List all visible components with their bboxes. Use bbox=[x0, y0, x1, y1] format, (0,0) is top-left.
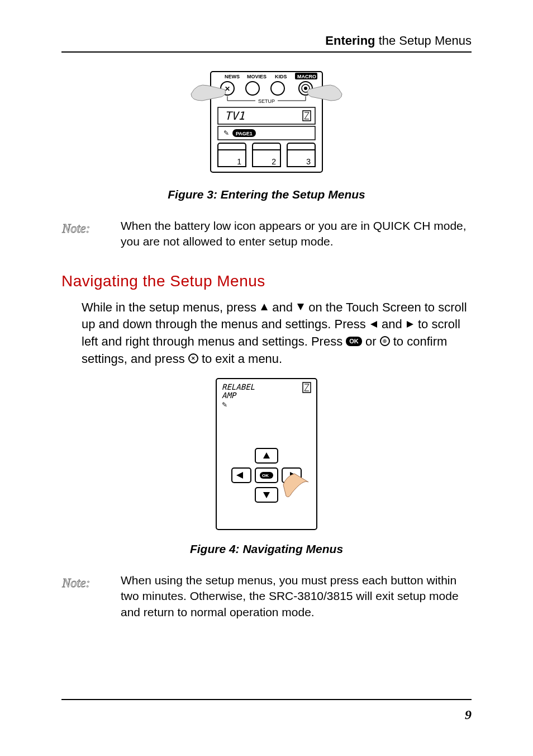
figure-4: RELABEL AMP ✎ OK Figure 4: Navigating Me… bbox=[61, 376, 472, 556]
page-header: Entering the Setup Menus bbox=[61, 34, 472, 53]
svg-marker-31 bbox=[370, 321, 377, 328]
figure-4-caption: Figure 4: Navigating Menus bbox=[61, 542, 472, 556]
svg-text:3: 3 bbox=[306, 157, 311, 166]
note-1-text: When the battery low icon appears or you… bbox=[121, 218, 472, 250]
note-icon: Note: bbox=[61, 218, 110, 239]
left-triangle-icon bbox=[369, 320, 378, 329]
svg-point-9 bbox=[271, 82, 284, 95]
svg-text:1: 1 bbox=[237, 157, 241, 166]
para-frag-8: to exit a menu. bbox=[202, 352, 282, 366]
para-frag-4: and bbox=[382, 317, 406, 331]
svg-marker-39 bbox=[263, 452, 270, 459]
figure-3-caption: Figure 3: Entering the Setup Menus bbox=[61, 188, 472, 201]
svg-text:TV1: TV1 bbox=[225, 109, 245, 122]
note-2-text: When using the setup menus, you must pre… bbox=[121, 573, 472, 620]
svg-text:AMP: AMP bbox=[222, 391, 237, 400]
close-circle-icon bbox=[188, 353, 198, 363]
para-frag-6: or bbox=[365, 334, 380, 348]
svg-marker-29 bbox=[261, 304, 268, 310]
svg-text:✎: ✎ bbox=[222, 401, 227, 409]
svg-text:Note:: Note: bbox=[61, 221, 90, 235]
svg-marker-43 bbox=[236, 472, 243, 479]
svg-marker-30 bbox=[297, 304, 304, 310]
svg-marker-32 bbox=[407, 321, 413, 328]
svg-text:2: 2 bbox=[272, 157, 276, 166]
ok-icon: OK bbox=[346, 337, 362, 346]
svg-text:NEWS: NEWS bbox=[225, 74, 240, 79]
header-bold: Entering bbox=[325, 34, 375, 48]
svg-marker-41 bbox=[263, 492, 270, 498]
svg-text:SETUP: SETUP bbox=[258, 98, 275, 104]
up-triangle-icon bbox=[260, 303, 269, 311]
remote-diagram-fig3: NEWS MOVIES KIDS MACRO ✕ SETUP TV1 ✎ PAG… bbox=[185, 66, 348, 178]
svg-text:✎: ✎ bbox=[223, 129, 229, 137]
svg-point-8 bbox=[246, 82, 259, 95]
svg-text:PAGE1: PAGE1 bbox=[236, 131, 253, 136]
footer-rule bbox=[61, 699, 472, 700]
target-circle-icon bbox=[380, 336, 390, 346]
svg-text:MOVIES: MOVIES bbox=[247, 74, 266, 79]
figure-3: NEWS MOVIES KIDS MACRO ✕ SETUP TV1 ✎ PAG… bbox=[61, 66, 472, 201]
down-triangle-icon bbox=[296, 303, 305, 311]
page-number: 9 bbox=[465, 707, 472, 722]
note-icon: Note: bbox=[61, 573, 110, 594]
svg-text:MACRO: MACRO bbox=[297, 74, 316, 79]
remote-diagram-fig4: RELABEL AMP ✎ OK bbox=[211, 376, 322, 532]
svg-text:Note:: Note: bbox=[61, 576, 90, 590]
para-frag-2: and bbox=[272, 300, 296, 314]
right-triangle-icon bbox=[406, 320, 415, 329]
para-frag-1: While in the setup menus, press bbox=[82, 300, 260, 314]
svg-point-12 bbox=[304, 87, 307, 90]
note-2: Note: When using the setup menus, you mu… bbox=[61, 573, 472, 620]
note-1: Note: When the battery low icon appears … bbox=[61, 218, 472, 250]
navigation-paragraph: While in the setup menus, press and on t… bbox=[82, 299, 472, 368]
section-heading: Navigating the Setup Menus bbox=[61, 272, 472, 290]
svg-text:KIDS: KIDS bbox=[275, 74, 287, 79]
svg-text:OK: OK bbox=[262, 473, 269, 478]
svg-text:RELABEL: RELABEL bbox=[222, 382, 255, 391]
header-rest: the Setup Menus bbox=[375, 34, 472, 48]
